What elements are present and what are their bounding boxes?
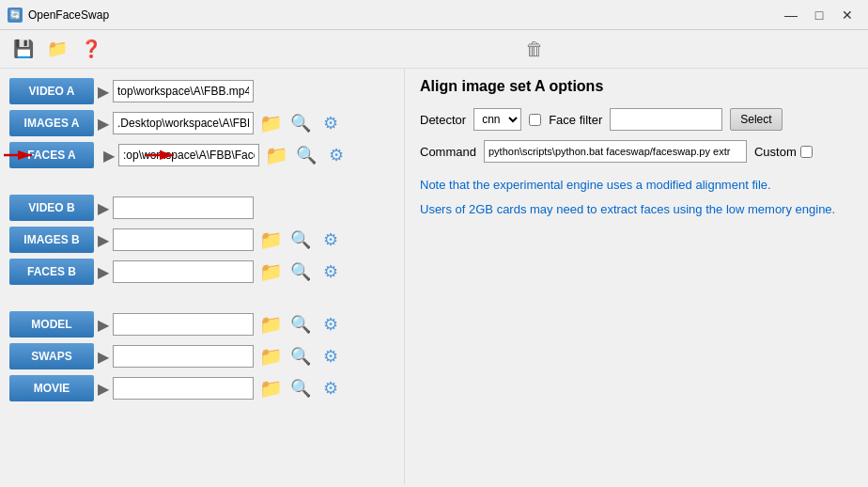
- video-b-row: VIDEO B ▶: [9, 195, 395, 221]
- command-row: Command Custom: [420, 140, 853, 163]
- movie-folder-button[interactable]: 📁: [257, 375, 284, 401]
- images-b-search-button[interactable]: 🔍: [287, 227, 314, 253]
- title-bar-left: 🔄 OpenFaceSwap: [8, 8, 109, 23]
- video-b-button[interactable]: VIDEO B: [9, 195, 94, 221]
- search-icon-4: 🔍: [290, 261, 311, 282]
- command-input[interactable]: [484, 140, 747, 163]
- swaps-settings-button[interactable]: ⚙: [318, 343, 344, 369]
- maximize-button[interactable]: □: [806, 4, 832, 26]
- save-button[interactable]: 💾: [9, 36, 38, 62]
- images-a-settings-button[interactable]: ⚙: [318, 110, 344, 136]
- video-a-row: VIDEO A ▶: [9, 78, 395, 104]
- swaps-search-button[interactable]: 🔍: [287, 343, 314, 369]
- folder-icon-5: 📁: [259, 313, 283, 336]
- images-b-button[interactable]: IMAGES B: [9, 227, 94, 253]
- movie-button[interactable]: MOVIE: [9, 375, 94, 401]
- images-a-row: IMAGES A ▶ 📁 🔍 ⚙: [9, 110, 395, 136]
- gear-icon-3: ⚙: [323, 229, 338, 250]
- faces-b-input[interactable]: [113, 260, 254, 283]
- custom-label: Custom: [754, 145, 813, 159]
- images-b-row: IMAGES B ▶ 📁 🔍 ⚙: [9, 227, 395, 253]
- command-label: Command: [420, 145, 476, 159]
- swaps-button[interactable]: SWAPS: [9, 343, 94, 369]
- help-icon: ❓: [81, 39, 101, 59]
- model-input[interactable]: [113, 313, 254, 336]
- faces-a-folder-button[interactable]: 📁: [263, 142, 289, 168]
- save-icon: 💾: [13, 39, 34, 59]
- images-a-search-button[interactable]: 🔍: [287, 110, 314, 136]
- faces-b-search-button[interactable]: 🔍: [287, 259, 314, 285]
- gear-icon-4: ⚙: [323, 261, 338, 282]
- face-filter-checkbox[interactable]: [529, 114, 541, 126]
- model-search-button[interactable]: 🔍: [287, 311, 314, 338]
- gear-icon-7: ⚙: [323, 378, 338, 399]
- images-b-input[interactable]: [113, 228, 254, 251]
- gear-icon: ⚙: [323, 113, 338, 134]
- images-b-settings-button[interactable]: ⚙: [318, 227, 344, 253]
- search-icon-6: 🔍: [290, 346, 311, 367]
- video-a-button[interactable]: VIDEO A: [9, 78, 94, 104]
- faces-b-folder-button[interactable]: 📁: [257, 259, 284, 285]
- custom-checkbox[interactable]: [800, 146, 813, 158]
- select-button[interactable]: Select: [730, 108, 782, 131]
- movie-settings-button[interactable]: ⚙: [318, 375, 344, 401]
- info-text-1: Note that the experimental engine uses a…: [420, 176, 853, 195]
- open-folder-button[interactable]: 📁: [43, 36, 71, 62]
- faces-a-input-arrow-icon: [144, 142, 181, 168]
- app-icon: 🔄: [8, 8, 23, 23]
- video-b-input[interactable]: [113, 196, 254, 219]
- face-filter-label[interactable]: Face filter: [549, 113, 602, 127]
- gear-icon-6: ⚙: [323, 346, 338, 367]
- images-a-button[interactable]: IMAGES A: [9, 110, 94, 136]
- swaps-input[interactable]: [113, 345, 254, 368]
- faces-a-arrow-icon: [2, 142, 39, 168]
- model-settings-button[interactable]: ⚙: [318, 311, 344, 338]
- images-b-folder-button[interactable]: 📁: [257, 227, 284, 253]
- faces-b-row: FACES B ▶ 📁 🔍 ⚙: [9, 259, 395, 285]
- video-a-input[interactable]: [113, 80, 254, 102]
- faces-a-settings-button[interactable]: ⚙: [323, 142, 349, 168]
- search-icon: 🔍: [290, 113, 311, 134]
- swaps-folder-button[interactable]: 📁: [257, 343, 284, 369]
- model-button[interactable]: MODEL: [9, 311, 94, 338]
- search-icon-5: 🔍: [290, 314, 311, 335]
- detector-select[interactable]: cnn hog dlib: [473, 108, 521, 131]
- search-icon-7: 🔍: [290, 378, 311, 399]
- separator-1: [9, 174, 395, 189]
- gear-icon-5: ⚙: [323, 314, 338, 335]
- panel-title: Align image set A options: [420, 78, 853, 95]
- app-title: OpenFaceSwap: [28, 8, 109, 22]
- movie-row: MOVIE ▶ 📁 🔍 ⚙: [9, 375, 395, 401]
- movie-search-button[interactable]: 🔍: [287, 375, 314, 401]
- title-bar: 🔄 OpenFaceSwap — □ ✕: [0, 0, 868, 30]
- info-text-2: Users of 2GB cards may need to extract f…: [420, 200, 853, 219]
- close-button[interactable]: ✕: [834, 4, 860, 26]
- images-a-input[interactable]: [113, 112, 254, 134]
- faces-a-row: FACES A ▶: [9, 142, 395, 168]
- faces-b-settings-button[interactable]: ⚙: [318, 259, 344, 285]
- faces-b-button[interactable]: FACES B: [9, 259, 94, 285]
- detector-label: Detector: [420, 113, 466, 127]
- face-filter-input[interactable]: [610, 108, 722, 131]
- detector-row: Detector cnn hog dlib Face filter Select: [420, 108, 853, 131]
- trash-button[interactable]: 🗑: [520, 36, 549, 62]
- model-row: MODEL ▶ 📁 🔍 ⚙: [9, 311, 395, 338]
- movie-input[interactable]: [113, 377, 254, 400]
- help-button[interactable]: ❓: [77, 36, 105, 62]
- folder-icon: 📁: [259, 112, 283, 134]
- folder-icon-7: 📁: [259, 377, 283, 400]
- faces-a-input[interactable]: [118, 144, 259, 166]
- search-icon-3: 🔍: [290, 229, 311, 250]
- images-a-folder-button[interactable]: 📁: [257, 110, 284, 136]
- gear-icon-2: ⚙: [329, 145, 344, 165]
- faces-a-search-button[interactable]: 🔍: [293, 142, 319, 168]
- folder-icon-2: 📁: [265, 144, 288, 166]
- folder-icon-3: 📁: [259, 228, 283, 251]
- model-folder-button[interactable]: 📁: [257, 311, 284, 338]
- minimize-button[interactable]: —: [778, 4, 804, 26]
- main-content: VIDEO A ▶ IMAGES A ▶ 📁 🔍 ⚙ FACES A: [0, 69, 868, 484]
- folder-icon-6: 📁: [259, 345, 283, 368]
- swaps-row: SWAPS ▶ 📁 🔍 ⚙: [9, 343, 395, 369]
- folder-open-icon: 📁: [47, 39, 68, 59]
- search-icon-2: 🔍: [296, 145, 317, 165]
